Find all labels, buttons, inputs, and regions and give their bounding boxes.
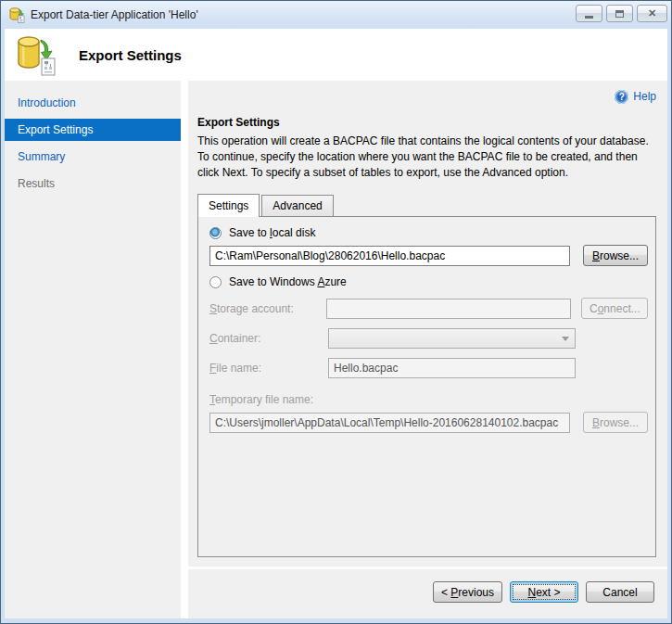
- save-azure-row: Save to Windows Azure: [209, 275, 648, 288]
- window-title: Export Data-tier Application 'Hello': [31, 8, 576, 21]
- titlebar: Export Data-tier Application 'Hello' ✕: [1, 1, 671, 29]
- save-local-label[interactable]: Save to local disk: [229, 226, 315, 239]
- chevron-down-icon: [562, 337, 569, 341]
- temp-file-row: Browse...: [209, 412, 648, 433]
- next-button[interactable]: Next >: [510, 581, 578, 603]
- temp-browse-button: Browse...: [583, 412, 648, 433]
- container-select: [328, 328, 576, 349]
- section-description: This operation will create a BACPAC file…: [197, 134, 656, 181]
- export-settings-panel: ? Help Export Settings This operation wi…: [188, 81, 667, 618]
- wizard-header: Export Settings: [5, 29, 667, 81]
- storage-account-input: [326, 299, 571, 319]
- minimize-icon: [585, 16, 593, 19]
- wizard-content-area: Introduction Export Settings Summary Res…: [5, 81, 667, 618]
- page-title: Export Settings: [79, 47, 182, 63]
- file-name-label: File name:: [209, 362, 328, 375]
- header-database-export-icon: [14, 32, 58, 77]
- previous-button[interactable]: < Previous: [433, 581, 502, 603]
- minimize-button[interactable]: [576, 5, 602, 22]
- tab-settings[interactable]: Settings: [197, 194, 260, 217]
- wizard-footer: < Previous Next > Cancel: [197, 581, 656, 603]
- storage-account-row: Storage account: Connect...: [209, 298, 648, 319]
- connect-button: Connect...: [581, 298, 648, 319]
- wizard-steps-sidebar: Introduction Export Settings Summary Res…: [5, 81, 181, 618]
- settings-tab-strip: Settings Advanced: [197, 194, 656, 216]
- sidebar-item-introduction[interactable]: Introduction: [5, 92, 181, 114]
- save-azure-label[interactable]: Save to Windows Azure: [229, 275, 347, 288]
- temp-file-input: [209, 413, 570, 433]
- maximize-button[interactable]: [606, 5, 633, 22]
- close-button[interactable]: ✕: [637, 5, 667, 22]
- container-label: Container:: [209, 332, 328, 345]
- sidebar-item-summary[interactable]: Summary: [5, 146, 181, 168]
- sidebar-item-results: Results: [5, 172, 181, 195]
- help-link[interactable]: Help: [633, 90, 656, 103]
- local-path-input[interactable]: [209, 246, 570, 266]
- cancel-button[interactable]: Cancel: [586, 581, 654, 603]
- local-path-row: Browse...: [209, 245, 648, 266]
- storage-account-label: Storage account:: [209, 302, 326, 315]
- container-row: Container:: [209, 328, 648, 349]
- save-azure-radio[interactable]: [209, 276, 222, 288]
- save-local-radio[interactable]: [209, 227, 222, 239]
- save-local-row: Save to local disk: [209, 226, 648, 239]
- file-name-input: [328, 358, 576, 378]
- help-row: ? Help: [197, 88, 656, 105]
- window-body: Export Settings Introduction Export Sett…: [5, 29, 667, 618]
- section-heading: Export Settings: [197, 116, 656, 129]
- footer-separator: [188, 567, 667, 569]
- maximize-icon: [615, 10, 624, 18]
- help-icon: ?: [615, 90, 628, 104]
- temp-file-label: Temporary file name:: [209, 393, 648, 406]
- sidebar-item-export-settings[interactable]: Export Settings: [5, 119, 181, 141]
- tab-advanced[interactable]: Advanced: [261, 195, 333, 216]
- window-controls: ✕: [576, 5, 667, 22]
- app-database-export-icon: [8, 6, 25, 23]
- export-data-tier-dialog: Export Data-tier Application 'Hello' ✕: [0, 0, 672, 624]
- close-icon: ✕: [648, 8, 656, 19]
- settings-tab-page: Save to local disk Browse... Save to Win…: [197, 216, 656, 557]
- browse-button[interactable]: Browse...: [583, 245, 648, 266]
- file-name-row: File name:: [209, 358, 648, 378]
